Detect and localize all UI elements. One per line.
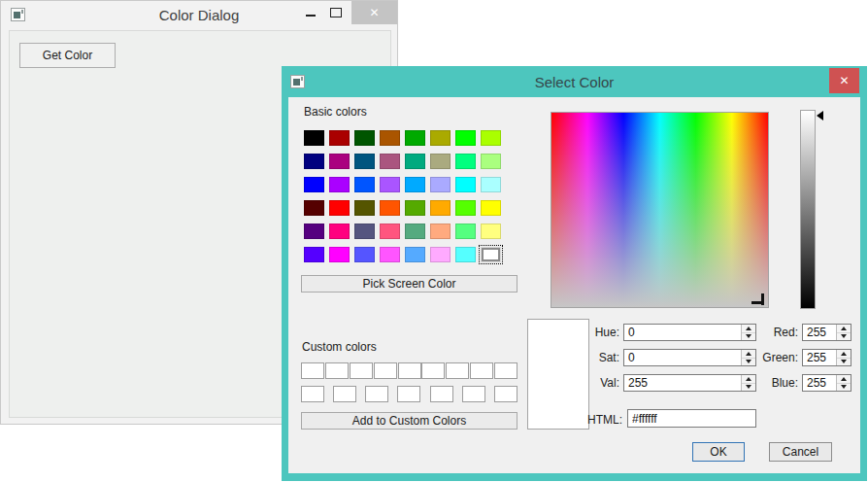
color-swatch[interactable] xyxy=(455,247,476,262)
blue-input[interactable] xyxy=(803,375,836,391)
ok-button[interactable]: OK xyxy=(692,442,745,462)
color-swatch[interactable] xyxy=(405,130,425,146)
color-swatch[interactable] xyxy=(365,386,388,402)
color-swatch[interactable] xyxy=(430,224,451,239)
color-swatch[interactable] xyxy=(462,386,485,402)
color-swatch[interactable] xyxy=(304,154,324,169)
color-swatch[interactable] xyxy=(481,247,501,262)
color-swatch[interactable] xyxy=(354,130,375,146)
color-swatch[interactable] xyxy=(430,154,451,169)
color-swatch[interactable] xyxy=(430,200,451,216)
maximize-button[interactable] xyxy=(323,1,349,24)
color-swatch[interactable] xyxy=(354,177,375,192)
color-swatch[interactable] xyxy=(354,200,375,216)
sat-label: Sat: xyxy=(570,351,619,364)
spin-up-button[interactable] xyxy=(837,350,851,359)
color-swatch[interactable] xyxy=(350,362,373,379)
color-swatch[interactable] xyxy=(398,362,421,379)
color-swatch[interactable] xyxy=(304,177,324,192)
color-swatch[interactable] xyxy=(430,386,453,402)
green-spinbox[interactable] xyxy=(802,349,851,366)
color-swatch[interactable] xyxy=(494,362,517,379)
color-swatch[interactable] xyxy=(380,177,400,192)
color-swatch[interactable] xyxy=(301,362,324,379)
color-swatch[interactable] xyxy=(455,224,476,239)
color-swatch[interactable] xyxy=(481,177,501,192)
color-swatch[interactable] xyxy=(380,200,400,216)
blue-spinbox[interactable] xyxy=(802,374,851,392)
color-swatch[interactable] xyxy=(329,154,350,169)
color-swatch[interactable] xyxy=(405,154,425,169)
dialog-client: Basic colors Pick Screen Color Custom co… xyxy=(288,97,860,473)
spin-down-button[interactable] xyxy=(837,384,851,392)
hue-saturation-picker[interactable] xyxy=(551,112,769,308)
basic-colors-grid xyxy=(304,130,501,262)
spin-arrows xyxy=(836,350,851,365)
pick-screen-color-button[interactable]: Pick Screen Color xyxy=(301,275,517,293)
red-input[interactable] xyxy=(803,325,836,340)
color-swatch[interactable] xyxy=(329,247,350,262)
color-swatch[interactable] xyxy=(430,177,451,192)
red-label: Red: xyxy=(730,326,798,339)
color-swatch[interactable] xyxy=(374,362,397,379)
cancel-button[interactable]: Cancel xyxy=(769,442,832,462)
color-swatch[interactable] xyxy=(430,130,451,146)
color-swatch[interactable] xyxy=(329,224,350,239)
val-input[interactable] xyxy=(624,375,741,391)
spin-down-button[interactable] xyxy=(837,333,851,341)
color-swatch[interactable] xyxy=(354,154,375,169)
custom-colors-label: Custom colors xyxy=(302,340,377,354)
color-swatch[interactable] xyxy=(380,224,400,239)
color-swatch[interactable] xyxy=(380,130,400,146)
add-to-custom-colors-button[interactable]: Add to Custom Colors xyxy=(301,412,517,430)
color-swatch[interactable] xyxy=(354,247,375,262)
spin-up-button[interactable] xyxy=(837,375,851,384)
color-swatch[interactable] xyxy=(455,130,476,146)
dialog-close-button[interactable]: ✕ xyxy=(829,68,859,93)
color-swatch[interactable] xyxy=(304,224,324,239)
spin-up-button[interactable] xyxy=(837,325,851,333)
color-swatch[interactable] xyxy=(455,200,476,216)
color-swatch[interactable] xyxy=(325,362,349,379)
color-swatch[interactable] xyxy=(430,247,451,262)
html-color-input[interactable] xyxy=(627,409,756,428)
color-swatch[interactable] xyxy=(470,362,493,379)
hue-input[interactable] xyxy=(624,325,741,340)
color-swatch[interactable] xyxy=(304,247,324,262)
color-swatch[interactable] xyxy=(421,362,445,379)
luminance-slider[interactable] xyxy=(800,110,816,309)
color-swatch[interactable] xyxy=(333,386,356,402)
color-swatch[interactable] xyxy=(405,200,425,216)
spin-down-button[interactable] xyxy=(837,359,851,366)
color-swatch[interactable] xyxy=(405,224,425,239)
color-swatch[interactable] xyxy=(354,224,375,239)
color-swatch[interactable] xyxy=(380,247,400,262)
color-swatch[interactable] xyxy=(446,362,469,379)
main-titlebar[interactable]: Color Dialog ✕ xyxy=(1,1,397,30)
color-swatch[interactable] xyxy=(494,386,517,402)
close-button[interactable]: ✕ xyxy=(351,1,397,24)
minimize-button[interactable] xyxy=(298,1,323,24)
color-swatch[interactable] xyxy=(380,154,400,169)
color-swatch[interactable] xyxy=(405,247,425,262)
color-swatch[interactable] xyxy=(304,200,324,216)
arrow-down-icon xyxy=(841,334,847,338)
get-color-button[interactable]: Get Color xyxy=(19,43,116,68)
color-swatch[interactable] xyxy=(481,224,501,239)
color-swatch[interactable] xyxy=(481,130,501,146)
green-input[interactable] xyxy=(803,350,836,365)
color-swatch[interactable] xyxy=(397,386,420,402)
color-swatch[interactable] xyxy=(329,130,350,146)
sat-input[interactable] xyxy=(624,350,741,365)
red-spinbox[interactable] xyxy=(802,324,851,341)
color-swatch[interactable] xyxy=(481,154,501,169)
luminance-slider-handle-icon[interactable] xyxy=(817,111,823,120)
color-swatch[interactable] xyxy=(405,177,425,192)
color-swatch[interactable] xyxy=(304,130,324,146)
color-swatch[interactable] xyxy=(481,200,501,216)
color-swatch[interactable] xyxy=(455,177,476,192)
color-swatch[interactable] xyxy=(329,200,350,216)
color-swatch[interactable] xyxy=(455,154,476,169)
color-swatch[interactable] xyxy=(329,177,350,192)
color-swatch[interactable] xyxy=(301,386,324,402)
